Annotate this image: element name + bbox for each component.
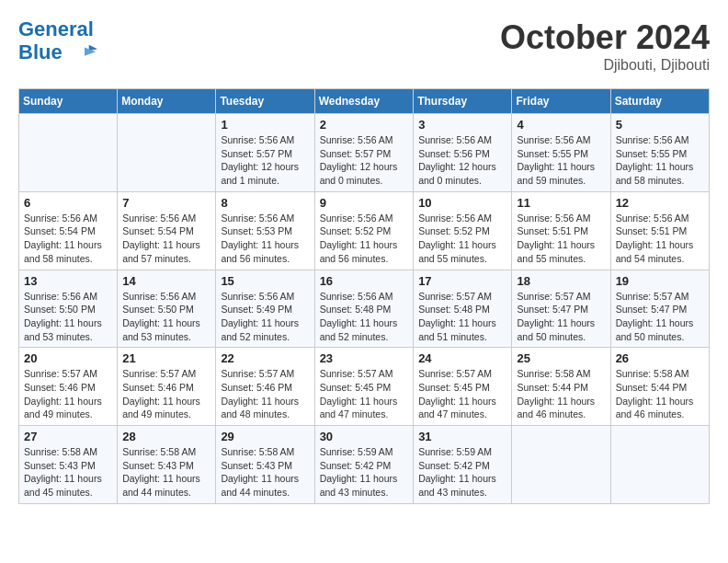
day-info: Sunrise: 5:56 AM Sunset: 5:56 PM Dayligh… bbox=[418, 133, 506, 188]
day-info: Sunrise: 5:59 AM Sunset: 5:42 PM Dayligh… bbox=[320, 445, 409, 500]
calendar-cell bbox=[610, 426, 709, 504]
day-number: 22 bbox=[221, 351, 309, 365]
day-number: 11 bbox=[517, 196, 605, 210]
calendar-cell: 20Sunrise: 5:57 AM Sunset: 5:46 PM Dayli… bbox=[19, 348, 118, 426]
calendar-cell: 22Sunrise: 5:57 AM Sunset: 5:46 PM Dayli… bbox=[216, 348, 314, 426]
logo-text2: Blue bbox=[18, 40, 97, 66]
calendar-cell: 6Sunrise: 5:56 AM Sunset: 5:54 PM Daylig… bbox=[19, 191, 118, 270]
day-number: 3 bbox=[418, 118, 506, 132]
day-number: 17 bbox=[418, 274, 506, 288]
calendar-cell bbox=[512, 426, 610, 504]
day-info: Sunrise: 5:56 AM Sunset: 5:55 PM Dayligh… bbox=[517, 133, 605, 188]
day-info: Sunrise: 5:57 AM Sunset: 5:47 PM Dayligh… bbox=[517, 290, 605, 344]
calendar-cell: 1Sunrise: 5:56 AM Sunset: 5:57 PM Daylig… bbox=[216, 114, 314, 192]
day-number: 12 bbox=[616, 196, 704, 210]
calendar-body: 1Sunrise: 5:56 AM Sunset: 5:57 PM Daylig… bbox=[19, 114, 710, 504]
calendar-cell: 31Sunrise: 5:59 AM Sunset: 5:42 PM Dayli… bbox=[414, 426, 512, 504]
day-number: 19 bbox=[616, 274, 704, 288]
calendar-cell: 16Sunrise: 5:56 AM Sunset: 5:48 PM Dayli… bbox=[314, 270, 414, 348]
day-number: 5 bbox=[616, 118, 704, 132]
calendar-cell: 14Sunrise: 5:56 AM Sunset: 5:50 PM Dayli… bbox=[118, 270, 216, 348]
day-info: Sunrise: 5:58 AM Sunset: 5:44 PM Dayligh… bbox=[616, 367, 704, 421]
calendar-cell: 19Sunrise: 5:57 AM Sunset: 5:47 PM Dayli… bbox=[610, 270, 709, 348]
week-row-1: 1Sunrise: 5:56 AM Sunset: 5:57 PM Daylig… bbox=[19, 114, 710, 192]
week-row-3: 13Sunrise: 5:56 AM Sunset: 5:50 PM Dayli… bbox=[19, 270, 710, 348]
logo: General Blue bbox=[18, 18, 97, 66]
day-number: 24 bbox=[418, 351, 506, 365]
calendar-cell: 17Sunrise: 5:57 AM Sunset: 5:48 PM Dayli… bbox=[414, 270, 512, 348]
location-title: Djibouti, Djibouti bbox=[500, 57, 710, 74]
logo-text: General bbox=[18, 18, 97, 40]
header-cell-saturday: Saturday bbox=[610, 89, 709, 114]
day-info: Sunrise: 5:57 AM Sunset: 5:47 PM Dayligh… bbox=[616, 290, 704, 344]
day-number: 29 bbox=[221, 430, 309, 443]
day-number: 31 bbox=[418, 430, 506, 443]
calendar-cell: 26Sunrise: 5:58 AM Sunset: 5:44 PM Dayli… bbox=[610, 348, 709, 426]
day-info: Sunrise: 5:57 AM Sunset: 5:45 PM Dayligh… bbox=[320, 367, 409, 421]
calendar-cell: 11Sunrise: 5:56 AM Sunset: 5:51 PM Dayli… bbox=[512, 191, 610, 270]
calendar-cell: 13Sunrise: 5:56 AM Sunset: 5:50 PM Dayli… bbox=[19, 270, 118, 348]
day-info: Sunrise: 5:56 AM Sunset: 5:51 PM Dayligh… bbox=[616, 212, 704, 266]
calendar-cell: 23Sunrise: 5:57 AM Sunset: 5:45 PM Dayli… bbox=[314, 348, 414, 426]
calendar-cell: 29Sunrise: 5:58 AM Sunset: 5:43 PM Dayli… bbox=[216, 426, 314, 504]
calendar-cell: 30Sunrise: 5:59 AM Sunset: 5:42 PM Dayli… bbox=[314, 426, 414, 504]
day-number: 4 bbox=[517, 118, 605, 132]
calendar-cell bbox=[118, 114, 216, 192]
day-info: Sunrise: 5:56 AM Sunset: 5:54 PM Dayligh… bbox=[122, 212, 210, 266]
day-number: 10 bbox=[418, 196, 506, 210]
day-info: Sunrise: 5:56 AM Sunset: 5:49 PM Dayligh… bbox=[221, 290, 309, 344]
calendar-cell: 15Sunrise: 5:56 AM Sunset: 5:49 PM Dayli… bbox=[216, 270, 314, 348]
week-row-4: 20Sunrise: 5:57 AM Sunset: 5:46 PM Dayli… bbox=[19, 348, 710, 426]
header-cell-friday: Friday bbox=[512, 89, 610, 114]
day-info: Sunrise: 5:56 AM Sunset: 5:55 PM Dayligh… bbox=[616, 133, 704, 188]
day-number: 7 bbox=[122, 196, 210, 210]
header-cell-sunday: Sunday bbox=[19, 89, 118, 114]
day-number: 15 bbox=[221, 274, 309, 288]
calendar-header: SundayMondayTuesdayWednesdayThursdayFrid… bbox=[19, 89, 710, 114]
page-header: General Blue October 2024 Djibouti, Djib… bbox=[18, 18, 710, 74]
day-number: 18 bbox=[517, 274, 605, 288]
day-info: Sunrise: 5:56 AM Sunset: 5:57 PM Dayligh… bbox=[320, 133, 409, 188]
day-info: Sunrise: 5:56 AM Sunset: 5:57 PM Dayligh… bbox=[221, 133, 309, 188]
header-cell-monday: Monday bbox=[118, 89, 216, 114]
day-number: 30 bbox=[320, 430, 409, 443]
day-number: 27 bbox=[24, 430, 112, 443]
day-number: 8 bbox=[221, 196, 309, 210]
calendar-table: SundayMondayTuesdayWednesdayThursdayFrid… bbox=[18, 88, 710, 504]
day-number: 21 bbox=[122, 351, 210, 365]
calendar-cell: 9Sunrise: 5:56 AM Sunset: 5:52 PM Daylig… bbox=[314, 191, 414, 270]
day-number: 13 bbox=[24, 274, 112, 288]
day-info: Sunrise: 5:57 AM Sunset: 5:46 PM Dayligh… bbox=[24, 367, 112, 421]
calendar-cell bbox=[19, 114, 118, 192]
calendar-cell: 28Sunrise: 5:58 AM Sunset: 5:43 PM Dayli… bbox=[118, 426, 216, 504]
title-block: October 2024 Djibouti, Djibouti bbox=[500, 18, 710, 74]
day-info: Sunrise: 5:56 AM Sunset: 5:48 PM Dayligh… bbox=[320, 290, 409, 344]
day-info: Sunrise: 5:59 AM Sunset: 5:42 PM Dayligh… bbox=[418, 445, 506, 500]
calendar-cell: 8Sunrise: 5:56 AM Sunset: 5:53 PM Daylig… bbox=[216, 191, 314, 270]
calendar-cell: 3Sunrise: 5:56 AM Sunset: 5:56 PM Daylig… bbox=[414, 114, 512, 192]
day-info: Sunrise: 5:57 AM Sunset: 5:46 PM Dayligh… bbox=[221, 367, 309, 421]
header-cell-tuesday: Tuesday bbox=[216, 89, 314, 114]
calendar-cell: 7Sunrise: 5:56 AM Sunset: 5:54 PM Daylig… bbox=[118, 191, 216, 270]
logo-bird-icon bbox=[72, 40, 97, 66]
calendar-cell: 2Sunrise: 5:56 AM Sunset: 5:57 PM Daylig… bbox=[314, 114, 414, 192]
calendar-cell: 5Sunrise: 5:56 AM Sunset: 5:55 PM Daylig… bbox=[610, 114, 709, 192]
day-number: 1 bbox=[221, 118, 309, 132]
day-info: Sunrise: 5:58 AM Sunset: 5:44 PM Dayligh… bbox=[517, 367, 605, 421]
day-number: 20 bbox=[24, 351, 112, 365]
day-number: 26 bbox=[616, 351, 704, 365]
header-cell-thursday: Thursday bbox=[414, 89, 512, 114]
day-info: Sunrise: 5:58 AM Sunset: 5:43 PM Dayligh… bbox=[24, 445, 112, 500]
calendar-cell: 25Sunrise: 5:58 AM Sunset: 5:44 PM Dayli… bbox=[512, 348, 610, 426]
calendar-cell: 12Sunrise: 5:56 AM Sunset: 5:51 PM Dayli… bbox=[610, 191, 709, 270]
header-cell-wednesday: Wednesday bbox=[314, 89, 414, 114]
day-number: 16 bbox=[320, 274, 409, 288]
calendar-cell: 18Sunrise: 5:57 AM Sunset: 5:47 PM Dayli… bbox=[512, 270, 610, 348]
day-number: 6 bbox=[24, 196, 112, 210]
day-number: 25 bbox=[517, 351, 605, 365]
day-number: 9 bbox=[320, 196, 409, 210]
day-info: Sunrise: 5:57 AM Sunset: 5:48 PM Dayligh… bbox=[418, 290, 506, 344]
day-number: 23 bbox=[320, 351, 409, 365]
day-info: Sunrise: 5:57 AM Sunset: 5:45 PM Dayligh… bbox=[418, 367, 506, 421]
day-info: Sunrise: 5:58 AM Sunset: 5:43 PM Dayligh… bbox=[221, 445, 309, 500]
